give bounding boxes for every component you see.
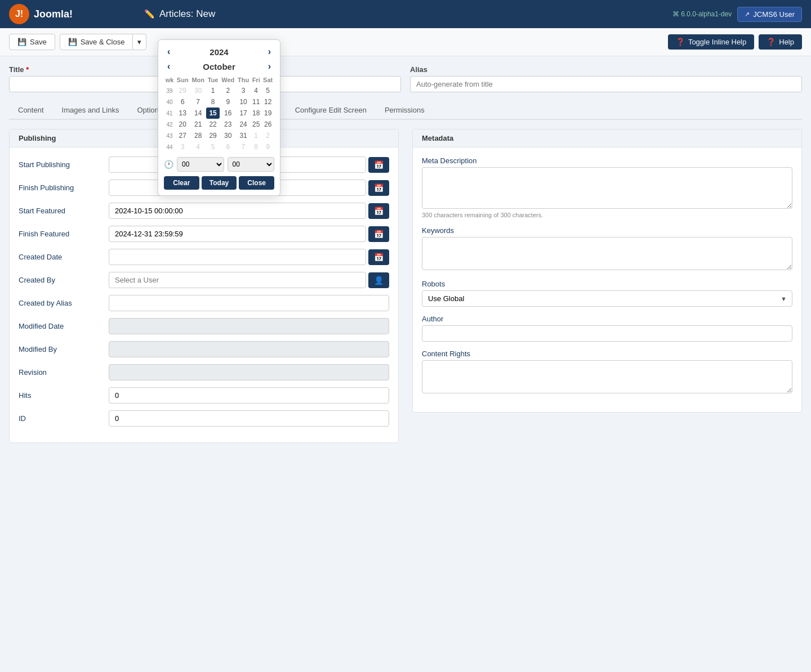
save-close-icon: 💾 bbox=[68, 38, 77, 46]
calendar-day[interactable]: 27 bbox=[175, 130, 190, 141]
calendar-day[interactable]: 15 bbox=[206, 107, 220, 119]
calendar-day[interactable]: 26 bbox=[261, 119, 274, 130]
toggle-inline-help-button[interactable]: ❓ Toggle Inline Help bbox=[668, 34, 754, 50]
prev-year-button[interactable]: ‹ bbox=[164, 46, 173, 58]
tab-images-links[interactable]: Images and Links bbox=[53, 101, 128, 120]
calendar-day[interactable]: 5 bbox=[261, 85, 274, 96]
col-fri: Fri bbox=[251, 75, 261, 85]
calendar-day[interactable]: 14 bbox=[190, 107, 206, 119]
tab-content[interactable]: Content bbox=[9, 101, 53, 120]
created-by-user-button[interactable]: 👤 bbox=[368, 272, 389, 288]
calendar-day[interactable]: 29 bbox=[206, 130, 220, 141]
calendar-day[interactable]: 12 bbox=[261, 96, 274, 107]
page-title: ✏️ Articles: New bbox=[144, 8, 672, 20]
alias-field-group: Alias bbox=[410, 65, 802, 92]
calendar-day[interactable]: 4 bbox=[251, 85, 261, 96]
calendar-day[interactable]: 2 bbox=[220, 85, 236, 96]
calendar-day[interactable]: 13 bbox=[175, 107, 190, 119]
calendar-day[interactable]: 18 bbox=[251, 107, 261, 119]
calendar-close-button[interactable]: Close bbox=[239, 176, 274, 190]
next-month-button[interactable]: › bbox=[265, 60, 274, 73]
calendar-clear-button[interactable]: Clear bbox=[164, 176, 199, 190]
finish-featured-calendar-button[interactable]: 📅 bbox=[368, 226, 389, 242]
calendar-popup: ‹ 2024 › ‹ October › wk Sun Mon Tue Wed … bbox=[158, 39, 280, 196]
calendar-day[interactable]: 1 bbox=[206, 85, 220, 96]
calendar-day[interactable]: 23 bbox=[220, 119, 236, 130]
revision-input bbox=[109, 364, 389, 380]
keywords-textarea[interactable] bbox=[422, 237, 792, 270]
next-year-button[interactable]: › bbox=[265, 46, 274, 58]
calendar-day[interactable]: 31 bbox=[236, 130, 251, 141]
help-button[interactable]: ❓ Help bbox=[759, 34, 802, 50]
calendar-day[interactable]: 2 bbox=[261, 130, 274, 141]
tab-permissions[interactable]: Permissions bbox=[376, 101, 434, 120]
main-content: Title * Alias Content Images and Links O… bbox=[0, 56, 811, 461]
hits-row: Hits 0 bbox=[19, 387, 389, 404]
save-close-button[interactable]: 💾 Save & Close bbox=[60, 34, 133, 50]
calendar-day[interactable]: 1 bbox=[251, 130, 261, 141]
finish-featured-input[interactable]: 2024-12-31 23:59:59 bbox=[109, 226, 366, 242]
calendar-today-button[interactable]: Today bbox=[202, 176, 237, 190]
finish-publishing-calendar-button[interactable]: 📅 bbox=[368, 180, 389, 196]
calendar-day[interactable]: 10 bbox=[236, 96, 251, 107]
calendar-day[interactable]: 22 bbox=[206, 119, 220, 130]
calendar-day[interactable]: 29 bbox=[175, 85, 190, 96]
content-rights-label: Content Rights bbox=[422, 350, 792, 358]
calendar-day[interactable]: 9 bbox=[220, 96, 236, 107]
calendar-day[interactable]: 24 bbox=[236, 119, 251, 130]
week-number: 41 bbox=[164, 107, 175, 119]
created-by-alias-value bbox=[109, 295, 389, 311]
calendar-day[interactable]: 6 bbox=[175, 96, 190, 107]
calendar-day[interactable]: 16 bbox=[220, 107, 236, 119]
start-featured-label: Start Featured bbox=[19, 207, 109, 215]
calendar-day[interactable]: 30 bbox=[220, 130, 236, 141]
calendar-day[interactable]: 3 bbox=[236, 85, 251, 96]
id-value: 0 bbox=[109, 410, 389, 427]
calendar-day[interactable]: 30 bbox=[190, 85, 206, 96]
calendar-day[interactable]: 5 bbox=[206, 141, 220, 153]
calendar-day[interactable]: 3 bbox=[175, 141, 190, 153]
meta-description-textarea[interactable] bbox=[422, 167, 792, 209]
start-featured-calendar-button[interactable]: 📅 bbox=[368, 203, 389, 219]
calendar-day[interactable]: 4 bbox=[190, 141, 206, 153]
prev-month-button[interactable]: ‹ bbox=[164, 60, 173, 73]
calendar-day[interactable]: 20 bbox=[175, 119, 190, 130]
calendar-day[interactable]: 28 bbox=[190, 130, 206, 141]
calendar-day[interactable]: 17 bbox=[236, 107, 251, 119]
created-by-label: Created By bbox=[19, 276, 109, 284]
minute-select[interactable]: 00 05101520 25303540 455055 bbox=[228, 157, 275, 172]
robots-select-wrap: Use Global Index, Follow No Index, No Fo… bbox=[422, 290, 792, 307]
save-button[interactable]: 💾 Save bbox=[9, 34, 55, 50]
content-rights-textarea[interactable] bbox=[422, 360, 792, 393]
calendar-icon: 📅 bbox=[374, 253, 384, 262]
hour-select[interactable]: 00 01020304 05060708 09101112 13141516 1… bbox=[177, 157, 224, 172]
save-close-group: 💾 Save & Close ▾ bbox=[60, 34, 147, 50]
start-publishing-calendar-button[interactable]: 📅 bbox=[368, 157, 389, 173]
id-input[interactable]: 0 bbox=[109, 410, 389, 427]
tab-configure-edit-screen[interactable]: Configure Edit Screen bbox=[286, 101, 376, 120]
calendar-day[interactable]: 11 bbox=[251, 96, 261, 107]
calendar-day[interactable]: 7 bbox=[190, 96, 206, 107]
author-input[interactable] bbox=[422, 325, 792, 342]
calendar-day[interactable]: 25 bbox=[251, 119, 261, 130]
created-date-calendar-button[interactable]: 📅 bbox=[368, 249, 389, 265]
created-date-input[interactable] bbox=[109, 249, 366, 265]
version-badge: ⌘ 6.0.0-alpha1-dev bbox=[672, 10, 732, 18]
alias-input[interactable] bbox=[410, 76, 802, 92]
calendar-day[interactable]: 8 bbox=[251, 141, 261, 153]
calendar-day[interactable]: 6 bbox=[220, 141, 236, 153]
hits-input[interactable]: 0 bbox=[109, 387, 389, 404]
calendar-day[interactable]: 8 bbox=[206, 96, 220, 107]
keywords-row: Keywords bbox=[422, 226, 792, 272]
week-number: 42 bbox=[164, 119, 175, 130]
created-by-alias-input[interactable] bbox=[109, 295, 389, 311]
start-featured-input[interactable]: 2024-10-15 00:00:00 bbox=[109, 203, 366, 219]
calendar-day[interactable]: 21 bbox=[190, 119, 206, 130]
user-menu-button[interactable]: ↗ JCMS6 User bbox=[737, 7, 802, 22]
save-close-dropdown-button[interactable]: ▾ bbox=[133, 34, 146, 50]
calendar-day[interactable]: 9 bbox=[261, 141, 274, 153]
robots-select[interactable]: Use Global Index, Follow No Index, No Fo… bbox=[422, 290, 792, 307]
created-by-input[interactable] bbox=[109, 272, 366, 288]
calendar-day[interactable]: 19 bbox=[261, 107, 274, 119]
calendar-day[interactable]: 7 bbox=[236, 141, 251, 153]
